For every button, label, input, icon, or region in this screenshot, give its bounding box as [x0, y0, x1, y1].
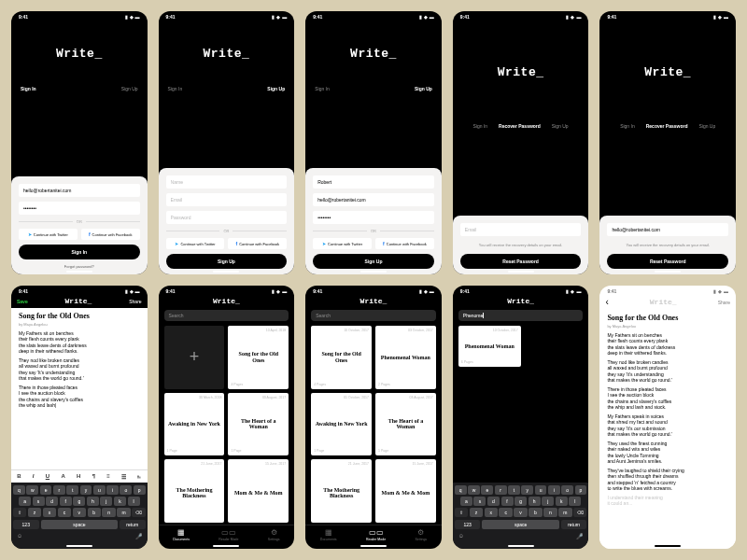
tab-signin[interactable]: Sign In	[21, 86, 36, 91]
share-button[interactable]: Share	[718, 300, 730, 305]
key-s[interactable]: s	[33, 497, 45, 506]
tab-recover[interactable]: Recover Password	[499, 123, 541, 129]
home-indicator[interactable]	[213, 545, 239, 547]
font-icon[interactable]: A	[61, 473, 64, 480]
key-v[interactable]: v	[73, 508, 86, 517]
key-h[interactable]: h	[529, 497, 541, 506]
twitter-button[interactable]: ➤Continue with Twitter	[19, 229, 78, 240]
tab-signup[interactable]: Sign Up	[121, 86, 138, 91]
home-indicator[interactable]	[508, 271, 534, 273]
mic-icon[interactable]: 🎤	[576, 533, 583, 539]
document-card[interactable]: 15 June, 2017Mom & Me & Mom	[375, 459, 436, 523]
mic-icon[interactable]: 🎤	[135, 533, 142, 539]
email-field[interactable]	[607, 223, 728, 236]
key-r[interactable]: r	[495, 485, 507, 495]
underline-icon[interactable]: U	[46, 473, 49, 480]
search-input[interactable]: Search	[164, 310, 289, 321]
save-button[interactable]: Save	[17, 299, 28, 304]
document-card[interactable]: 15 June, 2017Mom & Me & Mom	[228, 459, 289, 523]
key-o[interactable]: o	[120, 485, 132, 495]
key-x[interactable]: x	[485, 508, 498, 517]
key-l[interactable]: l	[569, 497, 581, 506]
tab-reader[interactable]: ▭▭Reader Mode	[218, 528, 238, 541]
image-icon[interactable]: ⎁	[137, 473, 141, 480]
document-card[interactable]: 10 April, 2018Song for the Old Ones4 Pag…	[228, 326, 289, 389]
key-k[interactable]: k	[556, 497, 568, 506]
tab-signin[interactable]: Sign In	[473, 123, 488, 129]
editor-body[interactable]: Song for the Old Ones by Maya Angelou My…	[11, 308, 148, 469]
twitter-button[interactable]: ➤Continue with Twitter	[313, 238, 372, 249]
key-n[interactable]: n	[543, 508, 557, 517]
tab-settings[interactable]: ⚙Settings	[268, 528, 280, 541]
tab-signin[interactable]: Sign In	[620, 123, 635, 129]
key-⇧[interactable]: ⇧	[13, 508, 26, 517]
new-document-button[interactable]: +	[164, 326, 225, 389]
home-indicator[interactable]	[655, 271, 681, 273]
password-field[interactable]	[313, 211, 434, 224]
key-w[interactable]: w	[26, 485, 38, 495]
key-l[interactable]: l	[128, 497, 140, 506]
key-s[interactable]: s	[473, 497, 486, 506]
key-q[interactable]: q	[455, 485, 467, 495]
key-e[interactable]: e	[481, 485, 493, 495]
key-j[interactable]: j	[100, 497, 112, 506]
key-c[interactable]: c	[58, 508, 71, 517]
key-return[interactable]: return	[561, 520, 587, 529]
key-p[interactable]: p	[134, 485, 146, 495]
key-t[interactable]: t	[66, 485, 78, 495]
forgot-password-link[interactable]: Forgot password?	[19, 264, 140, 269]
key-b[interactable]: b	[529, 508, 542, 517]
document-card[interactable]: 10 October, 2017Song for the Old Ones4 P…	[311, 326, 372, 389]
back-button[interactable]: ‹	[605, 297, 608, 307]
key-⇧[interactable]: ⇧	[455, 508, 468, 517]
facebook-button[interactable]: fContinue with Facebook	[228, 238, 287, 249]
search-input[interactable]: Search	[311, 310, 436, 321]
key-y[interactable]: y	[80, 485, 92, 495]
align-icon[interactable]: ≡	[106, 473, 110, 480]
name-field[interactable]	[313, 175, 434, 189]
key-d[interactable]: d	[46, 497, 58, 506]
twitter-button[interactable]: ➤Continue with Twitter	[166, 238, 225, 249]
home-indicator[interactable]	[360, 271, 387, 273]
key-w[interactable]: w	[468, 485, 480, 495]
key-f[interactable]: f	[501, 497, 514, 506]
search-input[interactable]: Phenome	[458, 310, 584, 321]
tab-documents[interactable]: ▦Documents	[320, 528, 337, 541]
tab-signup[interactable]: Sign Up	[267, 86, 285, 91]
key-i[interactable]: i	[106, 485, 119, 495]
key-r[interactable]: r	[53, 485, 65, 495]
key-f[interactable]: f	[60, 497, 72, 506]
reset-password-button[interactable]: Reset Password	[460, 254, 582, 269]
key-⌫[interactable]: ⌫	[132, 508, 145, 517]
key-g[interactable]: g	[514, 497, 527, 506]
key-k[interactable]: k	[114, 497, 126, 506]
signup-button[interactable]: Sign Up	[313, 254, 434, 269]
tab-reader[interactable]: ▭▭Reader Mode	[366, 528, 386, 541]
key-return[interactable]: return	[120, 520, 146, 529]
document-card[interactable]: 21 June, 2017The Mothering Blackness	[311, 459, 372, 523]
list-icon[interactable]: ☰	[121, 473, 126, 480]
document-card[interactable]: 03 August, 2017The Heart of a Woman1 Pag…	[228, 393, 289, 456]
home-indicator[interactable]	[213, 271, 239, 273]
key-b[interactable]: b	[88, 508, 101, 517]
key-i[interactable]: i	[548, 485, 560, 495]
key-q[interactable]: q	[13, 485, 25, 495]
home-indicator[interactable]	[66, 545, 92, 547]
password-field[interactable]	[19, 202, 140, 215]
tab-signin[interactable]: Sign In	[315, 86, 330, 91]
email-field[interactable]	[19, 184, 140, 197]
tab-signup[interactable]: Sign Up	[552, 123, 569, 129]
key-v[interactable]: v	[514, 508, 527, 517]
home-indicator[interactable]	[508, 545, 534, 547]
key-space[interactable]: space	[482, 520, 559, 529]
key-h[interactable]: h	[87, 497, 99, 506]
facebook-button[interactable]: fContinue with Facebook	[375, 238, 434, 249]
document-card[interactable]: 10 October, 2017Phenomenal Woman6 Pages	[458, 326, 521, 367]
reader-body[interactable]: Song for the Old Ones by Maya Angelou My…	[599, 310, 736, 549]
tab-settings[interactable]: ⚙Settings	[415, 528, 427, 541]
document-card[interactable]: 30 March, 2018Awaking in New York1 Page	[164, 393, 225, 456]
key-c[interactable]: c	[499, 508, 512, 517]
key-123[interactable]: 123	[13, 520, 39, 529]
facebook-button[interactable]: fContinue with Facebook	[81, 229, 140, 240]
bold-icon[interactable]: B	[17, 473, 21, 480]
